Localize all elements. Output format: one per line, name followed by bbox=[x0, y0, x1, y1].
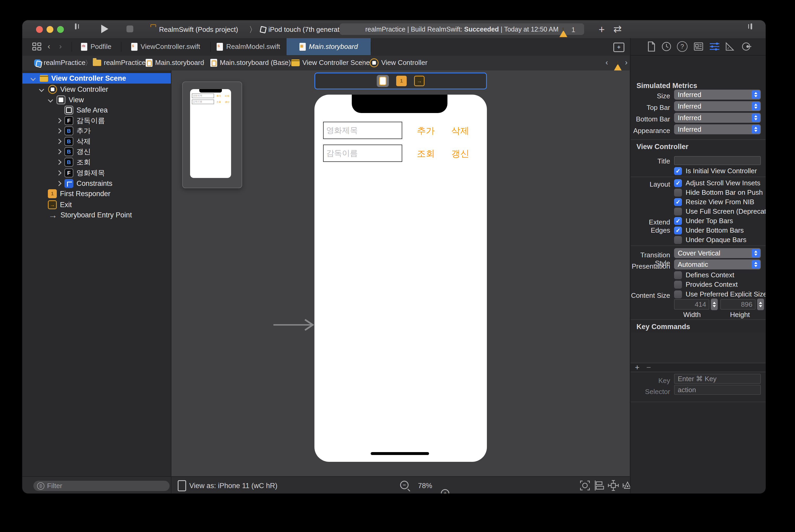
movie-title-textfield[interactable]: 영화제목 bbox=[323, 122, 402, 139]
run-destination-selector[interactable]: iPod touch (7th generation) bbox=[268, 26, 351, 34]
device-bezels-icon[interactable] bbox=[178, 480, 186, 491]
height-stepper[interactable] bbox=[757, 299, 764, 310]
outline-row-movie-title-field[interactable]: F 영화제목 bbox=[22, 168, 171, 178]
run-button[interactable] bbox=[101, 25, 108, 33]
tab-realmmodel-swift[interactable]: S RealmModel.swift bbox=[210, 38, 287, 55]
outline-row-storyboard-entry-point[interactable]: → Storyboard Entry Point bbox=[22, 210, 171, 220]
key-input[interactable]: Enter ⌘ Key bbox=[674, 374, 761, 384]
close-window-button[interactable] bbox=[36, 26, 43, 33]
breadcrumb-view-controller[interactable]: View Controller bbox=[370, 56, 428, 70]
remove-key-command-button[interactable]: − bbox=[646, 363, 651, 372]
update-button[interactable]: 갱신 bbox=[446, 147, 475, 160]
warning-count[interactable]: 1 bbox=[571, 26, 575, 34]
device-configuration-icon[interactable] bbox=[580, 480, 590, 491]
outline-row-update-button[interactable]: B 갱신 bbox=[22, 147, 171, 157]
disclosure-chevron-icon[interactable] bbox=[56, 118, 61, 123]
size-inspector-icon[interactable] bbox=[724, 41, 735, 52]
preferred-explicit-size-checkbox[interactable] bbox=[674, 290, 682, 298]
height-stepper-field[interactable]: 896 bbox=[720, 299, 756, 310]
top-bar-popup[interactable]: Inferred bbox=[674, 101, 761, 111]
under-bottom-bars-row[interactable]: ✓ Under Bottom Bars bbox=[674, 226, 744, 234]
add-key-command-button[interactable]: + bbox=[635, 363, 640, 372]
disclosure-chevron-icon[interactable] bbox=[56, 149, 61, 154]
query-button[interactable]: 조회 bbox=[412, 147, 440, 160]
key-commands-table[interactable] bbox=[631, 332, 765, 363]
minimize-window-button[interactable] bbox=[46, 26, 53, 33]
add-button[interactable]: 추가 bbox=[412, 124, 440, 137]
disclosure-chevron-icon[interactable] bbox=[48, 97, 53, 102]
swap-editor-icon[interactable]: ⇄ bbox=[613, 23, 622, 35]
hide-bottom-bar-checkbox[interactable] bbox=[674, 189, 682, 196]
outline-row-view-controller[interactable]: View Controller bbox=[22, 84, 171, 95]
issue-warning-icon[interactable]: ! bbox=[614, 59, 622, 64]
tab-main-storyboard[interactable]: ▣ Main.storyboard bbox=[287, 38, 371, 55]
disclosure-chevron-icon[interactable] bbox=[56, 159, 61, 165]
title-input[interactable] bbox=[674, 156, 761, 165]
tab-overview-icon[interactable] bbox=[32, 43, 41, 51]
breadcrumb-scene[interactable]: View Controller Scene bbox=[291, 56, 370, 70]
identity-inspector-icon[interactable] bbox=[693, 41, 704, 52]
selector-input[interactable]: action bbox=[674, 385, 761, 395]
dock-view-controller-icon[interactable] bbox=[377, 75, 389, 87]
adjust-scroll-insets-checkbox[interactable]: ✓ bbox=[674, 179, 682, 187]
adjust-scroll-insets-row[interactable]: ✓ Adjust Scroll View Insets bbox=[674, 179, 760, 187]
dock-exit-icon[interactable]: → bbox=[414, 76, 424, 86]
width-stepper[interactable] bbox=[711, 299, 718, 310]
defines-context-checkbox[interactable] bbox=[674, 271, 682, 279]
add-editor-icon[interactable]: + bbox=[613, 43, 624, 52]
under-bottom-bars-checkbox[interactable]: ✓ bbox=[674, 227, 682, 234]
outline-row-delete-button[interactable]: B 삭제 bbox=[22, 136, 171, 147]
previous-issue-button[interactable]: ‹ bbox=[605, 58, 608, 67]
next-issue-button[interactable]: › bbox=[625, 58, 627, 67]
hide-bottom-bar-row[interactable]: Hide Bottom Bar on Push bbox=[674, 188, 763, 196]
zoom-window-button[interactable] bbox=[57, 26, 64, 33]
view-controller-canvas-device[interactable]: 영화제목 감독이름 추가 삭제 조회 갱신 bbox=[315, 95, 487, 462]
connections-inspector-icon[interactable] bbox=[741, 41, 751, 52]
quick-help-inspector-icon[interactable]: ? bbox=[677, 41, 687, 52]
outline-row-query-button[interactable]: B 조회 bbox=[22, 157, 171, 167]
scheme-selector[interactable]: RealmSwift (Pods project) bbox=[159, 26, 238, 34]
file-inspector-icon[interactable] bbox=[646, 41, 657, 52]
toggle-inspector-icon[interactable] bbox=[751, 23, 752, 30]
zoom-in-icon[interactable]: + bbox=[441, 489, 449, 493]
size-popup[interactable]: Inferred bbox=[674, 90, 761, 100]
forward-button[interactable]: › bbox=[59, 42, 62, 51]
storyboard-entry-point-arrow[interactable] bbox=[273, 319, 316, 331]
under-opaque-bars-checkbox[interactable] bbox=[674, 236, 682, 244]
full-screen-checkbox[interactable] bbox=[674, 208, 682, 215]
breadcrumb-storyboard-base[interactable]: Main.storyboard (Base) bbox=[210, 56, 291, 70]
disclosure-chevron-icon[interactable] bbox=[56, 128, 61, 134]
resize-view-checkbox[interactable]: ✓ bbox=[674, 198, 682, 206]
outline-row-view[interactable]: View bbox=[22, 95, 171, 105]
full-screen-row[interactable]: Use Full Screen (Deprecated) bbox=[674, 207, 765, 215]
outline-row-director-name-field[interactable]: F 감독이름 bbox=[22, 115, 171, 126]
transition-style-popup[interactable]: Cover Vertical bbox=[674, 248, 761, 258]
scene-thumbnail[interactable]: 영화제목 감독이름 추가 삭제 조회 갱신 bbox=[182, 81, 242, 188]
outline-row-exit[interactable]: → Exit bbox=[22, 200, 171, 210]
disclosure-chevron-icon[interactable] bbox=[56, 181, 61, 186]
provides-context-checkbox[interactable] bbox=[674, 281, 682, 289]
toggle-navigator-icon[interactable] bbox=[75, 23, 76, 30]
back-button[interactable]: ‹ bbox=[48, 42, 50, 51]
dock-first-responder-icon[interactable]: 1 bbox=[396, 76, 407, 86]
align-icon[interactable] bbox=[594, 480, 605, 491]
tab-podfile[interactable]: rb Podfile bbox=[72, 38, 121, 55]
under-top-bars-checkbox[interactable]: ✓ bbox=[674, 217, 682, 225]
add-constraints-icon[interactable] bbox=[608, 480, 619, 491]
width-stepper-field[interactable]: 414 bbox=[674, 299, 709, 310]
outline-row-safe-area[interactable]: Safe Area bbox=[22, 105, 171, 115]
resize-view-row[interactable]: ✓ Resize View From NIB bbox=[674, 198, 754, 206]
defines-context-row[interactable]: Defines Context bbox=[674, 271, 734, 279]
disclosure-chevron-icon[interactable] bbox=[39, 87, 44, 92]
interface-builder-canvas[interactable]: 영화제목 감독이름 추가 삭제 조회 갱신 1 → 영화제목 감독이름 추가 bbox=[171, 71, 630, 476]
breadcrumb-storyboard[interactable]: Main.storyboard bbox=[146, 56, 204, 70]
appearance-popup[interactable]: Inferred bbox=[674, 124, 761, 134]
disclosure-chevron-icon[interactable] bbox=[31, 76, 36, 81]
under-opaque-bars-row[interactable]: Under Opaque Bars bbox=[674, 236, 746, 244]
stop-button[interactable] bbox=[127, 25, 133, 32]
zoom-level[interactable]: 78% bbox=[418, 482, 432, 490]
attributes-inspector-icon[interactable] bbox=[709, 41, 720, 52]
director-name-textfield[interactable]: 감독이름 bbox=[323, 145, 402, 162]
warning-icon[interactable]: ! bbox=[560, 26, 567, 31]
add-tab-button[interactable]: + bbox=[599, 23, 605, 36]
